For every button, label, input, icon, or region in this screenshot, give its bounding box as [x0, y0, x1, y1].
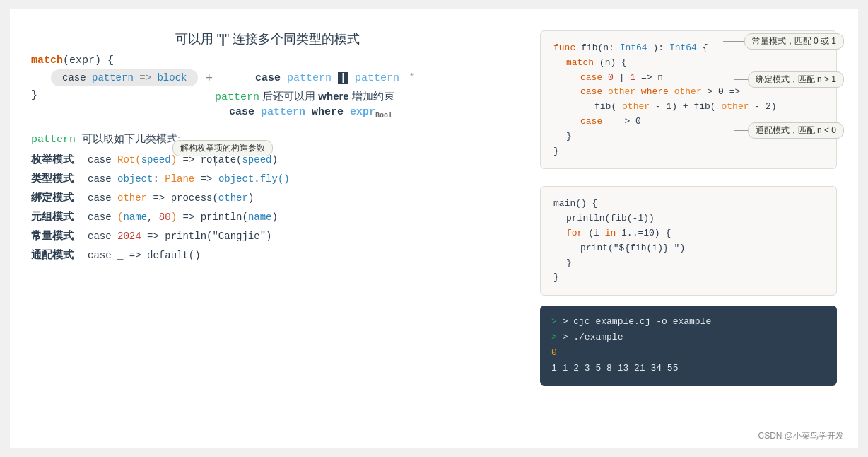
- type-label: 类型模式: [31, 172, 82, 185]
- main-line-2: println(fib(-1)): [552, 212, 825, 226]
- bind-callout-line: [734, 79, 748, 80]
- code-box: func fib(n: Int64 ): Int64 { match (n) {…: [540, 30, 837, 169]
- where-annotation: pattern 后还可以用 where 增加约束: [215, 90, 504, 103]
- type-code: case object: Plane => object.fly(): [88, 173, 290, 185]
- bind-code: case other => process(other): [88, 192, 254, 204]
- code-line-8: }: [552, 144, 825, 159]
- enum-bubble: 解构枚举项的构造参数: [172, 140, 273, 156]
- bind-callout: 绑定模式，匹配 n > 1: [748, 71, 844, 88]
- type-pattern-row: 类型模式 case object: Plane => object.fly(): [31, 172, 504, 185]
- const-label: 常量模式: [31, 229, 82, 243]
- plus-sign: +: [205, 71, 213, 86]
- footer: CSDN @小菜鸟学开发: [758, 430, 844, 442]
- tuple-label: 元组模式: [31, 210, 82, 224]
- terminal-line-2: > > ./example: [551, 330, 826, 345]
- top-annotation-text: 可以用 "|" 连接多个同类型的模式: [175, 30, 360, 47]
- wildcard-pattern-row: 通配模式 case _ => default(): [31, 248, 504, 262]
- panel-divider: [522, 30, 522, 434]
- pattern-types: pattern 可以取如下几类模式: 枚举模式 case Rot(speed) …: [31, 132, 504, 267]
- left-panel: 可以用 "|" 连接多个同类型的模式 match(expr) { case pa…: [31, 30, 504, 434]
- const-pattern-row: 常量模式 case 2024 => println("Cangjie"): [31, 229, 504, 243]
- bind-label: 绑定模式: [31, 191, 82, 204]
- main-line-3: for (i in 1..=10) {: [552, 226, 825, 241]
- main-line-6: }: [552, 270, 825, 285]
- const-code: case 2024 => println("Cangjie"): [88, 231, 271, 242]
- where-section: pattern 后还可以用 where 增加约束 case pattern wh…: [215, 90, 504, 120]
- terminal-line-1: > > cjc example.cj -o example: [551, 314, 826, 330]
- tuple-pattern-row: 元组模式 case (name, 80) => println(name): [31, 210, 504, 224]
- match-line: match(expr) {: [31, 54, 504, 66]
- main-line-4: print("${fib(i)} "): [552, 241, 825, 256]
- code-line-2: match (n) {: [552, 56, 825, 71]
- code-section: func fib(n: Int64 ): Int64 { match (n) {…: [540, 30, 837, 169]
- case-pattern-pipe-line: case pattern | pattern *: [255, 72, 415, 84]
- right-panel: func fib(n: Int64 ): Int64 { match (n) {…: [540, 30, 837, 434]
- terminal-box: > > cjc example.cj -o example > > ./exam…: [540, 306, 837, 385]
- const-callout: 常量模式，匹配 0 或 1: [744, 33, 844, 50]
- wildcard-code: case _ => default(): [88, 250, 201, 261]
- main-line-5: }: [552, 256, 825, 271]
- bind-callout-container: 绑定模式，匹配 n > 1: [734, 71, 844, 88]
- wildcard-callout-container: 通配模式，匹配 n < 0: [734, 122, 844, 139]
- const-callout-container: 常量模式，匹配 0 或 1: [723, 33, 844, 50]
- case-pattern-pill: case pattern => block: [51, 69, 198, 86]
- wildcard-label: 通配模式: [31, 248, 82, 262]
- where-case-line: case pattern where exprBool: [229, 106, 504, 120]
- slide: 可以用 "|" 连接多个同类型的模式 match(expr) { case pa…: [10, 9, 858, 448]
- const-callout-line: [723, 41, 744, 42]
- main-line-1: main() {: [552, 197, 825, 212]
- terminal-line-3: 0: [551, 345, 826, 361]
- terminal-line-4: 1 1 2 3 5 8 13 21 34 55: [551, 361, 826, 376]
- bind-pattern-row: 绑定模式 case other => process(other): [31, 191, 504, 204]
- wildcard-callout-line: [734, 130, 748, 131]
- wildcard-callout: 通配模式，匹配 n < 0: [748, 122, 844, 139]
- top-annotation-row: 可以用 "|" 连接多个同类型的模式: [31, 30, 504, 47]
- tuple-code: case (name, 80) => println(name): [88, 212, 278, 223]
- main-code-box: main() { println(fib(-1)) for (i in 1..=…: [540, 186, 837, 296]
- code-line-5: fib( other - 1) + fib( other - 2): [552, 100, 825, 115]
- enum-label: 枚举模式: [31, 153, 82, 166]
